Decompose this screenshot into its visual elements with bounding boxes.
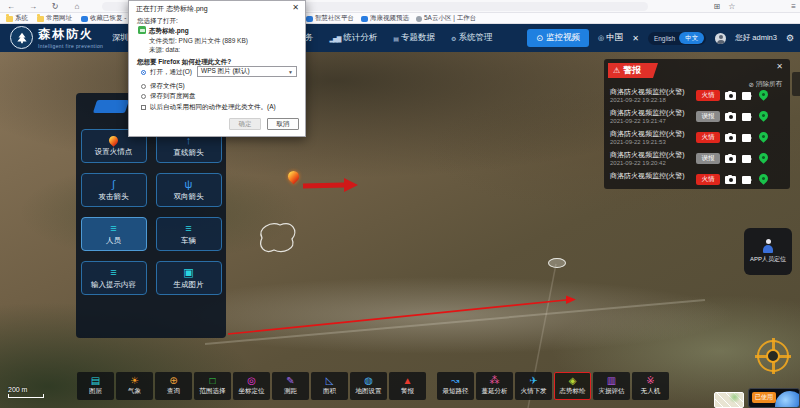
brand-subtitle: Intelligent fire prevention [38,43,103,49]
plot-tool-button[interactable]: ≡ 车辆 [156,217,222,251]
save-netdisk-option[interactable]: 保存到百度网盘 [141,92,196,101]
alert-row[interactable]: 商洛防火视频监控(火警) 火情 [604,170,790,189]
save-file-option[interactable]: 保存文件(S) [141,82,185,91]
plot-tool-button[interactable]: ≡ 输入提示内容 [81,261,147,295]
map-toolbar-item[interactable]: ◎ 坐标定位 [233,372,270,400]
collapsed-panel-tab[interactable] [792,72,800,96]
map-toolbar-item[interactable]: ⊕ 查询 [155,372,192,400]
camera-icon[interactable] [725,92,736,100]
reload-icon[interactable]: ↻ [44,0,66,13]
close-icon[interactable]: ✕ [776,62,783,71]
plot-tool-button[interactable]: ≡ 人员 [81,217,147,251]
map-toolbar-item[interactable]: ✎ 测距 [272,372,309,400]
alert-status-button[interactable]: 火情 [696,90,720,101]
ok-button[interactable]: 确定 [229,118,261,130]
plot-tool-button[interactable]: ψ 双向箭头 [156,173,222,207]
forward-icon[interactable]: → [22,0,44,13]
remember-option[interactable]: 以后自动采用相同的动作处理此类文件。(A) [141,103,276,112]
map-toolbar-item[interactable]: ☀ 气象 [116,372,153,400]
dialog-close-icon[interactable]: ✕ [292,3,299,12]
bookmark-item[interactable]: 系统 [6,14,28,23]
map-toolbar-item[interactable]: ▤ 图层 [77,372,114,400]
nav-item-label: 专题数据 [401,32,435,44]
language-toggle[interactable]: English 中文 [648,32,706,45]
video-camera-icon[interactable] [742,176,751,184]
compass-gyro-control[interactable] [755,338,791,374]
warning-icon: ⚠ [613,66,620,75]
map-toolbar-item[interactable]: □ 范围选择 [194,372,231,400]
video-camera-icon[interactable] [742,155,751,163]
plot-tool-button[interactable]: ▣ 生成图片 [156,261,222,295]
map-toolbar-item[interactable]: ◺ 面积 [311,372,348,400]
back-icon[interactable]: ← [0,0,22,13]
street-basemap-thumbnail[interactable] [714,392,744,408]
dialog-file-name: 态势标绘.png [149,27,189,36]
location-pin-icon[interactable] [757,172,770,185]
radio-selected[interactable] [141,70,146,75]
alert-row[interactable]: 商洛防火视频监控(火警) 2021-09-22 19:21:47 误报 [604,107,790,128]
language-chinese[interactable]: 中文 [679,32,704,44]
video-camera-icon[interactable] [742,113,751,121]
gear-icon[interactable]: ⚙ [786,33,794,43]
map-toolbar-item[interactable]: ◈ 态势标绘 [554,372,591,400]
satellite-basemap-thumbnail[interactable]: 已使用 [748,388,800,408]
plot-tool-button[interactable]: ∫ 攻击箭头 [81,173,147,207]
bookmark-icon [37,16,44,22]
location-pin-icon[interactable] [757,109,770,122]
map-toolbar-item[interactable]: ▥ 灾损评估 [593,372,630,400]
alert-row[interactable]: 商洛防火视频监控(火警) 2021-09-22 19:22:18 火情 [604,86,790,107]
bookmark-label: 常用网址 [46,14,72,23]
nav-item[interactable]: ▤ 专题数据 [393,32,435,44]
remember-label: 以后自动采用相同的动作处理此类文件。(A) [150,103,276,112]
monitor-video-button[interactable]: ⊙ 监控视频 [527,29,589,47]
map-toolbar-item[interactable]: ✈ 火情下发 [515,372,552,400]
camera-icon[interactable] [725,113,736,121]
satellite-map[interactable]: 设置火情点 ↑ 直线箭头 ∫ 攻击箭头 ψ 双向箭头 [0,52,800,408]
map-toolbar-item[interactable]: ↝ 最短路径 [437,372,474,400]
bookmark-item[interactable]: 5A云小区 | 工作台 [416,14,476,23]
bookmark-item[interactable]: 常用网址 [37,14,72,23]
bookmark-item[interactable]: 海康视频预选 [361,14,409,23]
alert-status-button[interactable]: 火情 [696,132,720,143]
alert-timestamp: 2021-09-22 19:21:47 [610,118,666,124]
camera-icon[interactable] [725,155,736,163]
alert-row[interactable]: 商洛防火视频监控(火警) 2021-09-22 19:20:42 误报 [604,149,790,170]
camera-icon[interactable] [725,134,736,142]
home-icon[interactable]: ⌂ [66,0,88,13]
nav-item[interactable]: ▂▅▇ 统计分析 [330,32,378,44]
checkbox-unchecked[interactable] [141,105,146,110]
location-pin-icon[interactable] [757,130,770,143]
screenshot-icon[interactable]: ⊞ [713,2,720,11]
location-pin-icon[interactable] [757,151,770,164]
menu-icon[interactable]: ≡ [791,2,796,11]
alert-status-button[interactable]: 火情 [696,174,720,185]
video-camera-icon[interactable] [742,134,751,142]
app-personnel-locator[interactable]: APP人员定位 [744,228,792,275]
alert-status-button[interactable]: 误报 [696,111,720,122]
country-selector[interactable]: ◎ 中国 [598,32,623,44]
map-toolbar-item[interactable]: ※ 无人机 [632,372,669,400]
map-toolbar-label: 火情下发 [521,387,547,396]
bookmark-item[interactable]: 智慧社区平台 [306,14,354,23]
cancel-button[interactable]: 取消 [267,118,299,130]
video-camera-icon[interactable] [742,92,751,100]
alert-status-button[interactable]: 误报 [696,153,720,164]
open-with-select[interactable]: WPS 图片 (默认) ▼ [197,66,297,77]
language-english[interactable]: English [654,35,675,42]
alert-row[interactable]: 商洛防火视频监控(火警) 2021-09-22 19:21:53 火情 [604,128,790,149]
avatar[interactable] [715,33,726,44]
fire-marker-icon[interactable] [286,169,302,185]
fullscreen-icon[interactable]: ✕ [632,34,639,43]
open-with-option[interactable]: 打开，通过(O) [141,68,192,77]
radio-unselected[interactable] [141,94,146,99]
nav-item[interactable]: ⚙ 系统管理 [451,32,492,44]
map-toolbar-item[interactable]: ◍ 地图设置 [350,372,387,400]
map-toolbar-item[interactable]: ▲ 警报 [389,372,426,400]
map-toolbar-item[interactable]: ⁂ 蔓延分析 [476,372,513,400]
location-pin-icon[interactable] [757,88,770,101]
camera-icon[interactable] [725,176,736,184]
map-settings-icon: ◍ [364,376,373,386]
bookmark-star-icon[interactable]: ☆ [728,2,735,11]
radio-unselected[interactable] [141,84,146,89]
app-badge-label: APP人员定位 [750,255,786,264]
